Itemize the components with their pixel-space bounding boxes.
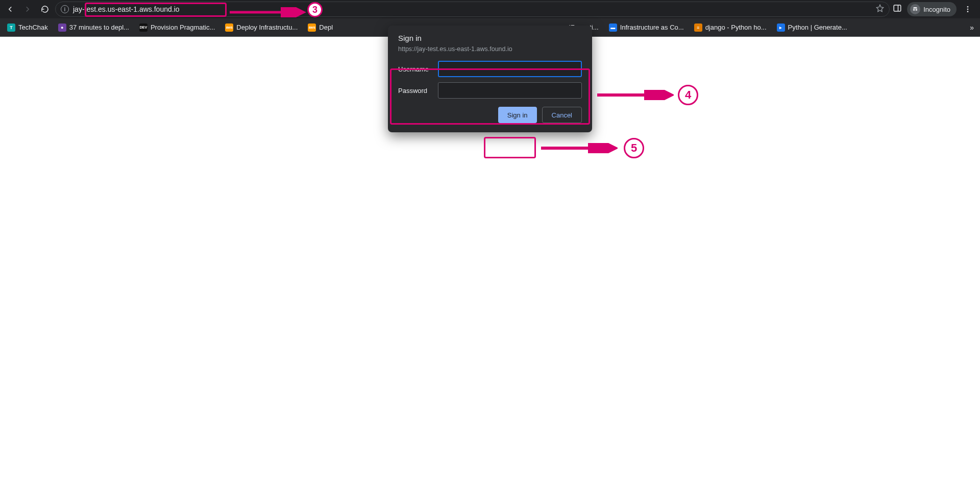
bookmark-favicon: ≡: [694, 23, 702, 32]
bookmark-label: Provision Pragmatic...: [151, 23, 215, 31]
bookmarks-overflow-button[interactable]: »: [967, 21, 977, 34]
bookmark-favicon: ▬: [609, 23, 617, 32]
annotation-number-4: 4: [678, 85, 698, 105]
toolbar-right: Incognito: [893, 2, 977, 16]
svg-rect-0: [894, 5, 901, 11]
forward-button[interactable]: [20, 2, 35, 16]
username-label: Username: [398, 65, 438, 73]
auth-dialog-origin: https://jay-test.es.us-east-1.aws.found.…: [398, 45, 582, 53]
annotation-arrow-5: [541, 143, 618, 153]
username-row: Username: [398, 61, 582, 77]
bookmark-favicon: aws: [225, 23, 233, 32]
bookmark-star-icon[interactable]: [876, 4, 884, 14]
side-panel-icon[interactable]: [893, 4, 902, 15]
bookmark-item[interactable]: aws Depl: [304, 21, 337, 34]
address-bar[interactable]: i jay-test.es.us-east-1.aws.found.io: [55, 2, 890, 17]
annotation-box-signin: [484, 137, 536, 158]
bookmark-label: 37 minutes to depl...: [69, 23, 129, 31]
bookmark-favicon: ▸: [777, 23, 785, 32]
password-label: Password: [398, 87, 438, 94]
bookmark-item[interactable]: ▸ Python | Generate...: [773, 21, 851, 34]
bookmark-label: TechChak: [18, 23, 48, 31]
auth-dialog: Sign in https://jay-test.es.us-east-1.aw…: [388, 26, 592, 132]
bookmark-item[interactable]: ● 37 minutes to depl...: [54, 21, 133, 34]
bookmark-label: django - Python ho...: [705, 23, 767, 31]
browser-menu-button[interactable]: [962, 3, 974, 15]
svg-point-4: [967, 6, 969, 8]
svg-point-3: [916, 9, 918, 11]
incognito-label: Incognito: [923, 6, 950, 13]
bookmark-favicon: T: [7, 23, 15, 32]
svg-point-6: [967, 11, 969, 12]
password-row: Password: [398, 82, 582, 99]
bookmark-label: Python | Generate...: [788, 23, 847, 31]
annotation-arrow-4: [597, 90, 674, 100]
back-button[interactable]: [3, 2, 17, 16]
bookmark-favicon: aws: [308, 23, 316, 32]
bookmark-label: Depl: [319, 23, 333, 31]
site-info-icon[interactable]: i: [61, 5, 69, 13]
browser-toolbar: i jay-test.es.us-east-1.aws.found.io Inc…: [0, 0, 980, 18]
bookmark-item[interactable]: ≡ django - Python ho...: [690, 21, 771, 34]
bookmark-label: Infrastructure as Co...: [620, 23, 684, 31]
incognito-badge[interactable]: Incognito: [907, 2, 957, 16]
svg-point-2: [913, 9, 915, 11]
bookmark-favicon: DEV: [139, 23, 148, 32]
svg-point-5: [967, 9, 969, 10]
bookmark-favicon: ●: [58, 23, 66, 32]
username-input[interactable]: [438, 61, 582, 77]
url-text: jay-test.es.us-east-1.aws.found.io: [73, 5, 180, 13]
bookmark-item[interactable]: aws Deploy Infrastructu...: [221, 21, 302, 34]
bookmark-label: Deploy Infrastructu...: [236, 23, 298, 31]
dialog-actions: Sign in Cancel: [398, 107, 582, 123]
incognito-icon: [910, 4, 920, 14]
annotation-number-5: 5: [624, 138, 644, 158]
signin-button[interactable]: Sign in: [498, 107, 537, 123]
bookmark-item[interactable]: DEV Provision Pragmatic...: [135, 21, 219, 34]
bookmark-item[interactable]: T TechChak: [3, 21, 52, 34]
bookmark-item[interactable]: ▬ Infrastructure as Co...: [605, 21, 688, 34]
reload-button[interactable]: [38, 2, 52, 16]
cancel-button[interactable]: Cancel: [542, 107, 582, 123]
password-input[interactable]: [438, 82, 582, 99]
auth-dialog-title: Sign in: [398, 34, 582, 42]
